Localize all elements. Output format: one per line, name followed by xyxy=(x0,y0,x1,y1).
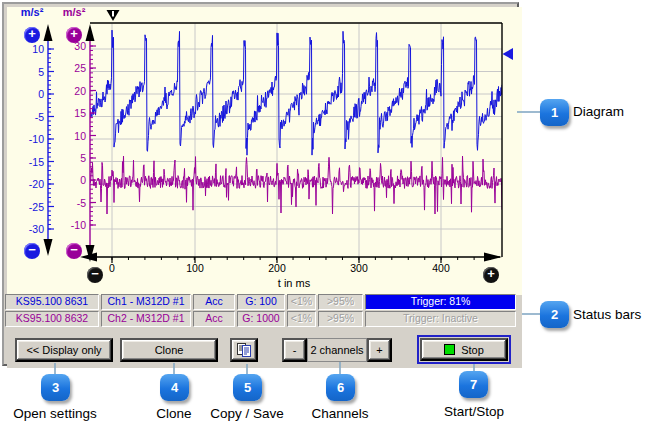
overrange-cell: >95% xyxy=(318,311,363,327)
tick-label: -10 xyxy=(14,133,44,145)
tick-label: 5 xyxy=(56,152,86,164)
copy-save-button[interactable] xyxy=(230,338,258,362)
ch2-zoom-out-button[interactable]: − xyxy=(66,243,82,259)
trigger-cell: Trigger: Inactive xyxy=(365,311,516,327)
stop-button-label: Stop xyxy=(461,344,484,356)
device-cell: KS95.100 8632 xyxy=(5,311,99,327)
minus-icon: − xyxy=(66,243,82,257)
ch2-unit-label: m/s² xyxy=(55,6,93,18)
tick-label: 30 xyxy=(56,40,86,52)
tick-label: 300 xyxy=(339,262,379,274)
overrange-cell: >95% xyxy=(318,294,363,310)
running-indicator-icon xyxy=(444,344,455,355)
tick-label: -15 xyxy=(14,156,44,168)
status-bar-ch1: KS95.100 8631 Ch1 - M312D #1 Acc G: 100 … xyxy=(2,294,518,310)
callout-badge-copy-save: 5 xyxy=(233,374,262,401)
tick-label: 25 xyxy=(56,62,86,74)
callout-badge-open-settings: 3 xyxy=(41,374,70,401)
callout-badge-start-stop: 7 xyxy=(459,371,488,398)
ch1-unit-label: m/s² xyxy=(13,6,51,18)
plus-icon: + xyxy=(24,27,40,41)
callout-label-open-settings: Open settings xyxy=(13,406,96,421)
underrange-cell: <1% xyxy=(287,294,316,310)
quantity-cell: Acc xyxy=(193,311,235,327)
callout-label-clone: Clone xyxy=(156,406,191,421)
tick-label: -20 xyxy=(14,178,44,190)
channels-minus-button[interactable]: - xyxy=(282,338,307,362)
quantity-cell: Acc xyxy=(193,294,235,310)
tick-label: 0 xyxy=(56,174,86,186)
callout-label-start-stop: Start/Stop xyxy=(444,404,504,419)
stop-button[interactable]: Stop xyxy=(420,338,508,361)
x-axis-title: t in ms xyxy=(264,277,324,289)
callout-label-status-bars: Status bars xyxy=(573,307,641,322)
tick-label: -30 xyxy=(14,223,44,235)
stop-button-focus-ring: Stop xyxy=(417,335,511,364)
underrange-cell: <1% xyxy=(287,311,316,327)
ch1-zoom-in-button[interactable]: + xyxy=(24,27,40,43)
tick-label: 20 xyxy=(56,85,86,97)
channels-plus-button[interactable]: + xyxy=(367,338,392,362)
channels-count-label: 2 channels xyxy=(307,338,367,362)
plus-icon: + xyxy=(66,27,82,41)
callout-badge-diagram: 1 xyxy=(540,99,569,126)
display-only-button[interactable]: << Display only xyxy=(15,338,113,362)
tick-label: 0 xyxy=(14,88,44,100)
callout-label-copy-save: Copy / Save xyxy=(210,406,284,421)
tick-label: 5 xyxy=(14,66,44,78)
tick-label: -10 xyxy=(56,219,86,231)
tick-label: -5 xyxy=(56,197,86,209)
device-cell: KS95.100 8631 xyxy=(5,294,99,310)
ch1-zoom-out-button[interactable]: − xyxy=(24,243,40,259)
page: m/s² m/s² + − + − − + 1050-5-10-15-20-25… xyxy=(0,0,654,440)
gain-cell: G: 1000 xyxy=(237,311,285,327)
tick-label: 200 xyxy=(257,262,297,274)
tick-label: 10 xyxy=(56,130,86,142)
callout-badge-status-bars: 2 xyxy=(540,301,569,328)
callout-label-diagram: Diagram xyxy=(573,104,624,119)
copy-icon xyxy=(236,342,253,358)
time-zoom-in-button[interactable]: + xyxy=(483,267,499,283)
status-bar-ch2: KS95.100 8632 Ch2 - M312D #1 Acc G: 1000… xyxy=(2,311,518,327)
channel-cell: Ch1 - M312D #1 xyxy=(101,294,191,310)
callout-label-channels: Channels xyxy=(311,406,368,421)
gain-cell: G: 100 xyxy=(237,294,285,310)
trigger-cell: Trigger: 81% xyxy=(365,294,516,310)
tick-label: 15 xyxy=(56,107,86,119)
tick-label: 400 xyxy=(421,262,461,274)
channel-cell: Ch2 - M312D #1 xyxy=(101,311,191,327)
tick-label: -5 xyxy=(14,111,44,123)
tick-label: 0 xyxy=(92,262,132,274)
tick-label: 100 xyxy=(175,262,215,274)
callout-badge-clone: 4 xyxy=(160,374,189,401)
tick-label: 10 xyxy=(14,43,44,55)
plus-icon: + xyxy=(483,267,499,281)
callout-badge-channels: 6 xyxy=(326,374,355,401)
minus-icon: − xyxy=(24,243,40,257)
tick-label: -25 xyxy=(14,201,44,213)
clone-button[interactable]: Clone xyxy=(120,338,218,362)
